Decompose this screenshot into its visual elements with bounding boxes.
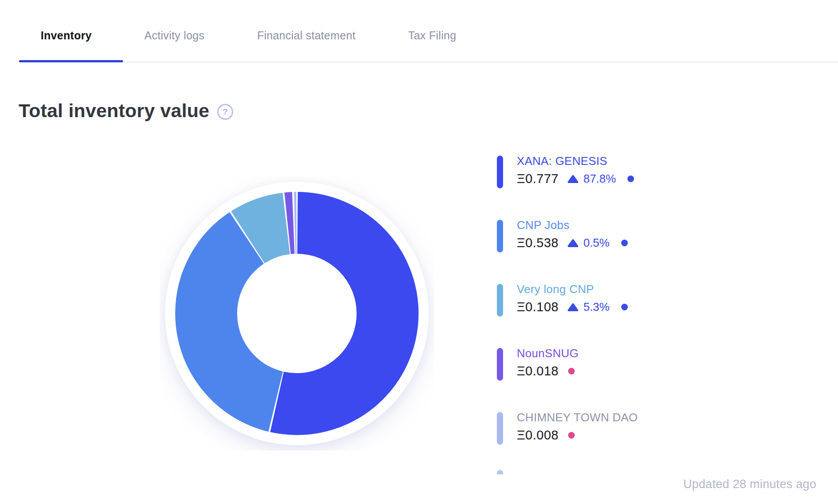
legend-item-nounsnug[interactable]: NounSNUG Ξ0.018 xyxy=(497,347,727,381)
change-percent: 0.5% xyxy=(583,236,609,250)
legend-item-cnp-jobs[interactable]: CNP Jobs Ξ0.538 0.5% xyxy=(497,218,727,252)
title-row: Total inventory value ? xyxy=(19,98,233,123)
tab-bar: Inventory Activity logs Financial statem… xyxy=(19,0,838,62)
collection-value: Ξ0.538 xyxy=(517,236,558,250)
chart-legend: XANA: GENESIS Ξ0.777 87.8% CNP Jobs Ξ0.5… xyxy=(497,154,727,475)
legend-color-bar xyxy=(497,348,503,381)
legend-item-chimney-town-dao[interactable]: CHIMNEY TOWN DAO Ξ0.008 xyxy=(497,411,727,445)
change-percent: 5.3% xyxy=(583,300,609,314)
collection-value: Ξ0.008 xyxy=(517,428,558,443)
next-legend-item-sliver xyxy=(497,470,503,474)
last-updated-text: Updated 28 minutes ago xyxy=(683,477,816,491)
collection-value: Ξ0.777 xyxy=(517,172,558,186)
status-dot[interactable] xyxy=(621,240,628,246)
change-up-icon xyxy=(567,303,579,312)
collection-name[interactable]: NounSNUG xyxy=(517,347,579,360)
collection-name[interactable]: Very long CNP xyxy=(517,283,628,296)
help-icon[interactable]: ? xyxy=(217,104,233,120)
tab-divider xyxy=(19,61,838,62)
status-dot[interactable] xyxy=(621,304,628,310)
tab-activity-logs[interactable]: Activity logs xyxy=(123,25,226,46)
status-dot[interactable] xyxy=(627,176,634,182)
collection-value: Ξ0.018 xyxy=(517,364,558,378)
legend-color-bar xyxy=(497,284,503,317)
legend-color-bar xyxy=(497,412,503,445)
inventory-page: Inventory Activity logs Financial statem… xyxy=(0,0,838,504)
tab-financial-statement[interactable]: Financial statement xyxy=(235,25,377,46)
collection-name[interactable]: CHIMNEY TOWN DAO xyxy=(517,411,638,424)
legend-color-bar xyxy=(497,156,503,188)
tab-tax-filing[interactable]: Tax Filing xyxy=(387,25,478,46)
page-title: Total inventory value xyxy=(19,98,209,123)
change-percent: 87.8% xyxy=(583,172,616,186)
donut-chart[interactable] xyxy=(160,176,434,451)
status-dot[interactable] xyxy=(568,432,575,439)
change-up-icon xyxy=(567,239,579,248)
legend-item-xana-genesis[interactable]: XANA: GENESIS Ξ0.777 87.8% xyxy=(497,154,727,188)
tab-list: Inventory Activity logs Financial statem… xyxy=(19,25,478,46)
change-up-icon xyxy=(567,175,579,183)
legend-item-very-long-cnp[interactable]: Very long CNP Ξ0.108 5.3% xyxy=(497,283,727,317)
collection-value: Ξ0.108 xyxy=(517,300,558,314)
collection-name[interactable]: XANA: GENESIS xyxy=(517,154,634,168)
collection-name[interactable]: CNP Jobs xyxy=(517,218,628,232)
active-tab-underline xyxy=(19,60,123,62)
donut-svg[interactable] xyxy=(160,176,434,451)
tab-inventory[interactable]: Inventory xyxy=(19,25,113,46)
status-dot[interactable] xyxy=(568,368,575,374)
legend-color-bar xyxy=(497,220,503,252)
